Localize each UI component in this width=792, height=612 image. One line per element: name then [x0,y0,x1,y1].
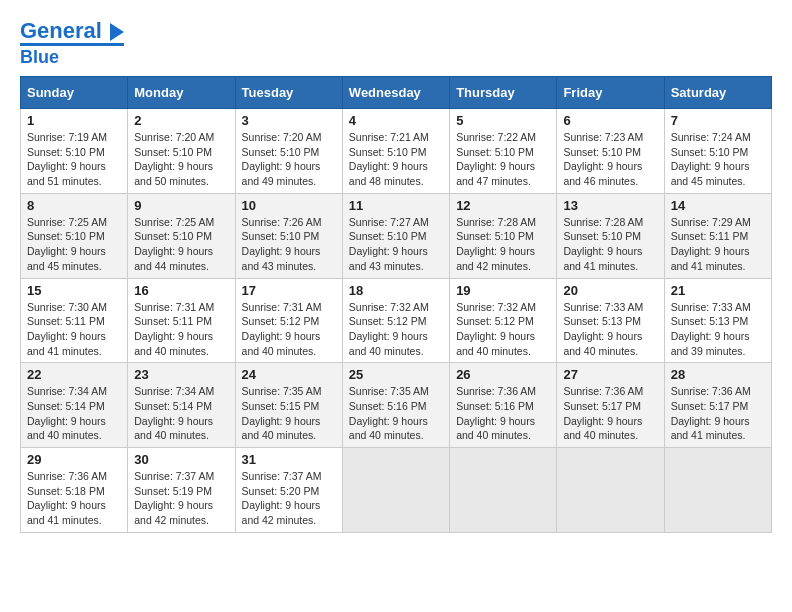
calendar-cell: 6Sunrise: 7:23 AMSunset: 5:10 PMDaylight… [557,109,664,194]
day-info: Sunrise: 7:33 AMSunset: 5:13 PMDaylight:… [563,301,643,357]
day-number: 4 [349,113,443,128]
calendar-cell: 20Sunrise: 7:33 AMSunset: 5:13 PMDayligh… [557,278,664,363]
calendar-cell: 18Sunrise: 7:32 AMSunset: 5:12 PMDayligh… [342,278,449,363]
day-number: 24 [242,367,336,382]
calendar-cell: 22Sunrise: 7:34 AMSunset: 5:14 PMDayligh… [21,363,128,448]
calendar-cell: 5Sunrise: 7:22 AMSunset: 5:10 PMDaylight… [450,109,557,194]
calendar-week-row: 1Sunrise: 7:19 AMSunset: 5:10 PMDaylight… [21,109,772,194]
logo: General Blue [20,20,124,68]
day-number: 26 [456,367,550,382]
day-info: Sunrise: 7:22 AMSunset: 5:10 PMDaylight:… [456,131,536,187]
calendar-cell: 27Sunrise: 7:36 AMSunset: 5:17 PMDayligh… [557,363,664,448]
day-number: 27 [563,367,657,382]
day-number: 28 [671,367,765,382]
day-number: 3 [242,113,336,128]
calendar-cell: 16Sunrise: 7:31 AMSunset: 5:11 PMDayligh… [128,278,235,363]
day-number: 31 [242,452,336,467]
day-info: Sunrise: 7:20 AMSunset: 5:10 PMDaylight:… [134,131,214,187]
header-sunday: Sunday [21,77,128,109]
day-info: Sunrise: 7:20 AMSunset: 5:10 PMDaylight:… [242,131,322,187]
day-number: 23 [134,367,228,382]
day-info: Sunrise: 7:25 AMSunset: 5:10 PMDaylight:… [134,216,214,272]
page-header: General Blue [20,20,772,68]
calendar-cell: 4Sunrise: 7:21 AMSunset: 5:10 PMDaylight… [342,109,449,194]
day-info: Sunrise: 7:26 AMSunset: 5:10 PMDaylight:… [242,216,322,272]
day-info: Sunrise: 7:25 AMSunset: 5:10 PMDaylight:… [27,216,107,272]
day-info: Sunrise: 7:21 AMSunset: 5:10 PMDaylight:… [349,131,429,187]
calendar-week-row: 22Sunrise: 7:34 AMSunset: 5:14 PMDayligh… [21,363,772,448]
day-info: Sunrise: 7:28 AMSunset: 5:10 PMDaylight:… [456,216,536,272]
calendar-cell: 2Sunrise: 7:20 AMSunset: 5:10 PMDaylight… [128,109,235,194]
logo-blue-text: Blue [20,47,59,68]
calendar-week-row: 8Sunrise: 7:25 AMSunset: 5:10 PMDaylight… [21,193,772,278]
day-number: 25 [349,367,443,382]
calendar-cell: 17Sunrise: 7:31 AMSunset: 5:12 PMDayligh… [235,278,342,363]
calendar-cell [664,448,771,533]
day-info: Sunrise: 7:30 AMSunset: 5:11 PMDaylight:… [27,301,107,357]
day-number: 2 [134,113,228,128]
day-info: Sunrise: 7:34 AMSunset: 5:14 PMDaylight:… [134,385,214,441]
day-number: 1 [27,113,121,128]
day-number: 14 [671,198,765,213]
day-number: 21 [671,283,765,298]
calendar-cell: 1Sunrise: 7:19 AMSunset: 5:10 PMDaylight… [21,109,128,194]
calendar-cell: 19Sunrise: 7:32 AMSunset: 5:12 PMDayligh… [450,278,557,363]
day-number: 12 [456,198,550,213]
calendar-cell: 14Sunrise: 7:29 AMSunset: 5:11 PMDayligh… [664,193,771,278]
day-info: Sunrise: 7:24 AMSunset: 5:10 PMDaylight:… [671,131,751,187]
calendar-cell [342,448,449,533]
day-info: Sunrise: 7:34 AMSunset: 5:14 PMDaylight:… [27,385,107,441]
day-number: 6 [563,113,657,128]
day-number: 19 [456,283,550,298]
day-info: Sunrise: 7:37 AMSunset: 5:20 PMDaylight:… [242,470,322,526]
day-info: Sunrise: 7:36 AMSunset: 5:17 PMDaylight:… [671,385,751,441]
calendar-cell: 23Sunrise: 7:34 AMSunset: 5:14 PMDayligh… [128,363,235,448]
calendar-cell: 30Sunrise: 7:37 AMSunset: 5:19 PMDayligh… [128,448,235,533]
calendar-cell: 9Sunrise: 7:25 AMSunset: 5:10 PMDaylight… [128,193,235,278]
calendar-header-row: SundayMondayTuesdayWednesdayThursdayFrid… [21,77,772,109]
day-number: 13 [563,198,657,213]
day-number: 9 [134,198,228,213]
day-info: Sunrise: 7:19 AMSunset: 5:10 PMDaylight:… [27,131,107,187]
day-number: 5 [456,113,550,128]
day-info: Sunrise: 7:31 AMSunset: 5:12 PMDaylight:… [242,301,322,357]
header-friday: Friday [557,77,664,109]
calendar-week-row: 29Sunrise: 7:36 AMSunset: 5:18 PMDayligh… [21,448,772,533]
day-info: Sunrise: 7:31 AMSunset: 5:11 PMDaylight:… [134,301,214,357]
calendar-cell: 7Sunrise: 7:24 AMSunset: 5:10 PMDaylight… [664,109,771,194]
day-number: 22 [27,367,121,382]
day-number: 7 [671,113,765,128]
calendar-cell: 24Sunrise: 7:35 AMSunset: 5:15 PMDayligh… [235,363,342,448]
day-number: 15 [27,283,121,298]
day-info: Sunrise: 7:36 AMSunset: 5:18 PMDaylight:… [27,470,107,526]
header-saturday: Saturday [664,77,771,109]
day-number: 11 [349,198,443,213]
calendar-cell: 15Sunrise: 7:30 AMSunset: 5:11 PMDayligh… [21,278,128,363]
calendar-cell: 3Sunrise: 7:20 AMSunset: 5:10 PMDaylight… [235,109,342,194]
header-monday: Monday [128,77,235,109]
header-wednesday: Wednesday [342,77,449,109]
day-info: Sunrise: 7:27 AMSunset: 5:10 PMDaylight:… [349,216,429,272]
calendar-cell: 13Sunrise: 7:28 AMSunset: 5:10 PMDayligh… [557,193,664,278]
day-number: 20 [563,283,657,298]
calendar-week-row: 15Sunrise: 7:30 AMSunset: 5:11 PMDayligh… [21,278,772,363]
day-info: Sunrise: 7:37 AMSunset: 5:19 PMDaylight:… [134,470,214,526]
header-tuesday: Tuesday [235,77,342,109]
day-info: Sunrise: 7:32 AMSunset: 5:12 PMDaylight:… [456,301,536,357]
day-number: 16 [134,283,228,298]
day-info: Sunrise: 7:35 AMSunset: 5:16 PMDaylight:… [349,385,429,441]
day-info: Sunrise: 7:36 AMSunset: 5:16 PMDaylight:… [456,385,536,441]
day-info: Sunrise: 7:29 AMSunset: 5:11 PMDaylight:… [671,216,751,272]
day-info: Sunrise: 7:23 AMSunset: 5:10 PMDaylight:… [563,131,643,187]
day-number: 30 [134,452,228,467]
day-info: Sunrise: 7:35 AMSunset: 5:15 PMDaylight:… [242,385,322,441]
day-info: Sunrise: 7:36 AMSunset: 5:17 PMDaylight:… [563,385,643,441]
day-number: 17 [242,283,336,298]
calendar-cell: 28Sunrise: 7:36 AMSunset: 5:17 PMDayligh… [664,363,771,448]
calendar-table: SundayMondayTuesdayWednesdayThursdayFrid… [20,76,772,533]
day-number: 10 [242,198,336,213]
calendar-cell: 12Sunrise: 7:28 AMSunset: 5:10 PMDayligh… [450,193,557,278]
calendar-cell: 25Sunrise: 7:35 AMSunset: 5:16 PMDayligh… [342,363,449,448]
calendar-cell: 11Sunrise: 7:27 AMSunset: 5:10 PMDayligh… [342,193,449,278]
calendar-cell: 21Sunrise: 7:33 AMSunset: 5:13 PMDayligh… [664,278,771,363]
